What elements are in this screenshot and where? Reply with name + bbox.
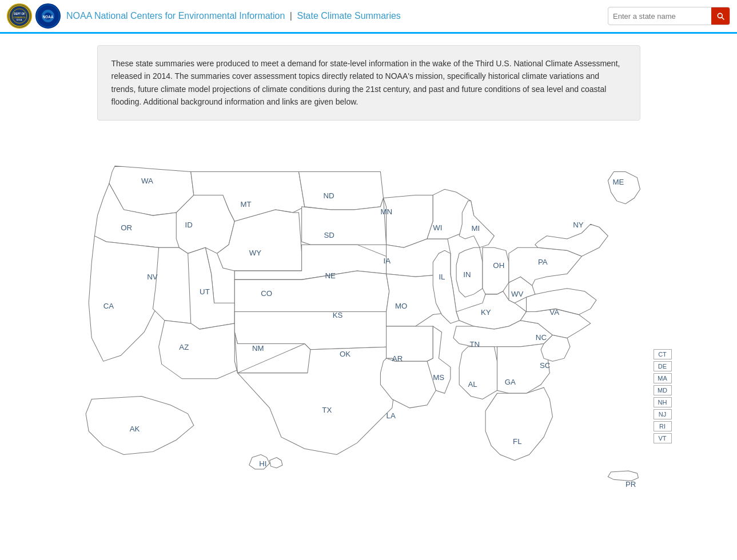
small-states-sidebar: CT DE MA MD NH NJ RI VT (654, 349, 672, 443)
small-state-CT[interactable]: CT (654, 349, 672, 359)
label-NC[interactable]: NC (535, 333, 547, 342)
label-IA[interactable]: IA (383, 256, 391, 265)
state-ME[interactable] (608, 171, 640, 203)
state-PR[interactable] (608, 471, 638, 481)
label-ND[interactable]: ND (323, 191, 334, 199)
label-WI[interactable]: WI (433, 223, 442, 231)
search-input[interactable] (608, 10, 711, 23)
small-state-NJ[interactable]: NJ (654, 409, 672, 419)
description-text: These state summaries were produced to m… (111, 57, 626, 109)
label-OH[interactable]: OH (493, 261, 504, 270)
label-OK[interactable]: OK (339, 350, 350, 358)
state-AK[interactable] (86, 396, 194, 454)
label-AL[interactable]: AL (468, 380, 477, 389)
label-SC[interactable]: SC (539, 361, 550, 370)
label-NE[interactable]: NE (325, 271, 336, 280)
logos: DEPT OF COMMERCE U.S.A. NOAA (7, 3, 61, 29)
label-ME[interactable]: ME (612, 178, 624, 186)
label-AZ[interactable]: AZ (179, 342, 189, 351)
label-MT[interactable]: MT (240, 199, 251, 208)
label-WA[interactable]: WA (141, 177, 153, 185)
label-WV[interactable]: WV (511, 290, 523, 298)
header-title: NOAA National Centers for Environmental … (66, 11, 401, 21)
label-HI[interactable]: HI (259, 459, 266, 467)
label-MO[interactable]: MO (395, 302, 407, 310)
label-NY[interactable]: NY (573, 220, 584, 229)
label-TN[interactable]: TN (469, 339, 480, 348)
label-NM[interactable]: NM (252, 343, 264, 352)
label-MN[interactable]: MN (380, 207, 392, 216)
label-MS[interactable]: MS (433, 373, 444, 381)
search-box (608, 7, 730, 25)
small-state-MA[interactable]: MA (654, 373, 672, 383)
label-AK[interactable]: AK (129, 424, 140, 433)
svg-text:COMMERCE: COMMERCE (13, 17, 26, 19)
label-TX[interactable]: TX (322, 406, 332, 414)
label-KS[interactable]: KS (332, 310, 342, 319)
small-state-NH[interactable]: NH (654, 397, 672, 407)
label-FL[interactable]: FL (513, 437, 521, 446)
state-AZ[interactable] (158, 320, 237, 378)
description-box: These state summaries were produced to m… (97, 45, 640, 121)
search-icon (716, 11, 725, 21)
label-ID[interactable]: ID (185, 220, 192, 229)
label-WY[interactable]: WY (249, 248, 261, 257)
label-KY[interactable]: KY (480, 307, 491, 316)
small-state-DE[interactable]: DE (654, 361, 672, 371)
small-state-RI[interactable]: RI (654, 421, 672, 431)
label-LA[interactable]: LA (386, 411, 395, 420)
state-FL[interactable] (485, 387, 552, 461)
svg-text:NOAA: NOAA (43, 15, 54, 19)
us-map: WA OR CA NV ID MT WY UT AZ CO NM ND SD N… (83, 132, 655, 521)
state-ND[interactable] (298, 171, 383, 209)
label-IN[interactable]: IN (463, 270, 471, 279)
label-PA[interactable]: PA (537, 257, 547, 266)
label-OR[interactable]: OR (121, 223, 132, 231)
label-IL[interactable]: IL (439, 273, 445, 281)
noaa-logo: NOAA (35, 3, 61, 29)
state-OH[interactable] (482, 247, 508, 294)
svg-text:DEPT OF: DEPT OF (14, 13, 25, 15)
svg-text:U.S.A.: U.S.A. (17, 19, 23, 21)
label-SD[interactable]: SD (324, 230, 334, 239)
header: DEPT OF COMMERCE U.S.A. NOAA NOAA Nation… (0, 0, 737, 34)
label-AR[interactable]: AR (392, 354, 402, 363)
label-UT[interactable]: UT (200, 287, 210, 295)
separator: | (290, 11, 292, 21)
label-CA[interactable]: CA (103, 302, 114, 310)
label-PR[interactable]: PR (625, 479, 635, 488)
state-AL[interactable] (459, 346, 497, 399)
label-NV[interactable]: NV (147, 273, 158, 281)
label-MI[interactable]: MI (471, 223, 480, 232)
page-title: State Climate Summaries (297, 11, 400, 21)
org-link[interactable]: NOAA National Centers for Environmental … (66, 11, 285, 21)
map-container: WA OR CA NV ID MT WY UT AZ CO NM ND SD N… (54, 132, 683, 538)
label-VA[interactable]: VA (549, 307, 559, 316)
state-CA[interactable] (89, 235, 165, 361)
dod-logo: DEPT OF COMMERCE U.S.A. (7, 3, 32, 29)
small-state-MD[interactable]: MD (654, 385, 672, 395)
state-HI2[interactable] (269, 457, 282, 467)
label-CO[interactable]: CO (261, 289, 272, 298)
small-state-VT[interactable]: VT (654, 433, 672, 443)
search-button[interactable] (711, 7, 730, 25)
label-GA[interactable]: GA (504, 378, 515, 386)
